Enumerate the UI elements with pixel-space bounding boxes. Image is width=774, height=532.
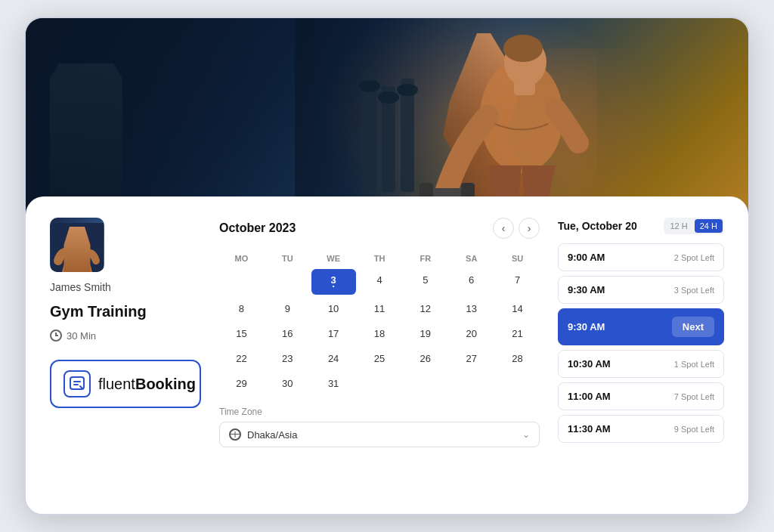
timeslot-time: 11:30 AM <box>568 423 611 435</box>
svg-point-10 <box>359 80 380 92</box>
cal-cell-21[interactable]: 21 <box>495 323 540 345</box>
cal-cell-25[interactable]: 25 <box>358 348 402 370</box>
cal-cell-23[interactable]: 23 <box>265 348 310 370</box>
format-24h-button[interactable]: 24 H <box>695 219 723 233</box>
timeslot-spots: 9 Spot Left <box>674 425 714 434</box>
cal-cell-empty <box>219 269 264 295</box>
calendar-week-5: 29 30 31 <box>219 373 540 394</box>
next-month-button[interactable]: › <box>519 218 540 239</box>
calendar-grid: MO TU WE TH FR SA SU 3 4 5 6 7 <box>219 251 540 394</box>
timeslot-spots: 3 Spot Left <box>674 286 714 295</box>
cal-cell-26[interactable]: 26 <box>403 348 447 370</box>
cal-cell-13[interactable]: 13 <box>449 298 494 320</box>
cal-cell-24[interactable]: 24 <box>311 348 356 370</box>
timeslot-1100[interactable]: 11:00 AM 7 Spot Left <box>558 382 724 410</box>
cal-cell-16[interactable]: 16 <box>265 323 310 345</box>
weekday-fr: FR <box>403 251 447 266</box>
logo-part2: Booking <box>135 376 196 392</box>
cal-cell-20[interactable]: 20 <box>449 323 494 345</box>
globe-icon <box>229 428 241 441</box>
format-12h-button[interactable]: 12 H <box>665 219 693 233</box>
cal-cell-empty <box>495 373 540 394</box>
left-panel: James Smith Gym Training 30 Min fluentBo… <box>50 218 201 493</box>
logo-box: fluentBooking <box>50 360 201 408</box>
timeslot-time: 11:00 AM <box>568 391 611 402</box>
timezone-select[interactable]: Dhaka/Asia ⌄ <box>219 422 540 447</box>
cal-cell-empty <box>265 269 310 295</box>
svg-rect-3 <box>514 80 535 95</box>
cal-cell-17[interactable]: 17 <box>311 323 356 345</box>
svg-point-15 <box>67 230 87 243</box>
cal-cell-14[interactable]: 14 <box>495 298 540 320</box>
timeslot-1130[interactable]: 11:30 AM 9 Spot Left <box>558 415 724 443</box>
cal-cell-3[interactable]: 3 <box>311 269 356 295</box>
timeslot-header: Tue, October 20 12 H 24 H <box>558 218 724 234</box>
cal-cell-28[interactable]: 28 <box>495 348 540 370</box>
timeslot-date: Tue, October 20 <box>558 220 637 232</box>
timeslot-930-a[interactable]: 9:30 AM 3 Spot Left <box>558 276 724 304</box>
timeslot-list: 9:00 AM 2 Spot Left 9:30 AM 3 Spot Left … <box>558 243 724 443</box>
timeslot-930-selected[interactable]: 9:30 AM Next <box>558 308 724 345</box>
duration-row: 30 Min <box>50 329 201 342</box>
timezone-row: Time Zone Dhaka/Asia ⌄ <box>219 407 540 447</box>
weekday-we: WE <box>311 251 356 266</box>
cal-cell-30[interactable]: 30 <box>265 373 310 394</box>
cal-cell-22[interactable]: 22 <box>219 348 264 370</box>
svg-point-11 <box>378 91 399 104</box>
cal-cell-empty <box>403 373 447 394</box>
cal-cell-19[interactable]: 19 <box>403 323 447 345</box>
cal-cell-18[interactable]: 18 <box>358 323 402 345</box>
cal-cell-empty <box>358 373 402 394</box>
calendar-month: October 2023 <box>219 221 296 235</box>
timezone-label: Time Zone <box>219 407 540 417</box>
cal-cell-8[interactable]: 8 <box>219 298 264 320</box>
duration-label: 30 Min <box>67 330 96 342</box>
cal-cell-4[interactable]: 4 <box>358 269 402 295</box>
cal-cell-27[interactable]: 27 <box>449 348 494 370</box>
hero-dumbbells <box>41 63 132 215</box>
cal-cell-6[interactable]: 6 <box>449 269 494 295</box>
calendar-week-3: 15 16 17 18 19 20 21 <box>219 323 540 345</box>
next-button[interactable]: Next <box>672 317 714 337</box>
cal-cell-29[interactable]: 29 <box>219 373 264 394</box>
svg-point-12 <box>397 84 418 96</box>
timeslot-spots: 2 Spot Left <box>674 253 714 262</box>
calendar-week-2: 8 9 10 11 12 13 14 <box>219 298 540 320</box>
calendar-header: October 2023 ‹ › <box>219 218 540 239</box>
prev-month-button[interactable]: ‹ <box>493 218 514 239</box>
nav-buttons: ‹ › <box>493 218 540 239</box>
logo-icon <box>63 370 91 397</box>
weekday-su: SU <box>495 251 540 266</box>
timezone-value: Dhaka/Asia <box>247 429 297 441</box>
svg-point-14 <box>67 230 88 254</box>
cal-cell-empty <box>449 373 494 394</box>
cal-cell-5[interactable]: 5 <box>403 269 447 295</box>
timeslot-900[interactable]: 9:00 AM 2 Spot Left <box>558 243 724 271</box>
cal-cell-9[interactable]: 9 <box>265 298 310 320</box>
trainer-avatar <box>50 218 104 272</box>
calendar-week-1: 3 4 5 6 7 <box>219 269 540 295</box>
timeslot-spots: 7 Spot Left <box>674 392 714 401</box>
booking-card: James Smith Gym Training 30 Min fluentBo… <box>26 196 748 514</box>
timeslot-spots: 1 Spot Left <box>674 360 714 369</box>
cal-cell-10[interactable]: 10 <box>311 298 356 320</box>
trainer-name: James Smith <box>50 281 201 293</box>
cal-cell-7[interactable]: 7 <box>495 269 540 295</box>
timeslot-time: 9:30 AM <box>568 284 605 295</box>
calendar-section: October 2023 ‹ › MO TU WE TH FR SA SU <box>219 218 540 493</box>
weekday-th: TH <box>358 251 402 266</box>
cal-cell-11[interactable]: 11 <box>358 298 402 320</box>
format-toggle: 12 H 24 H <box>664 218 725 234</box>
weekday-sa: SA <box>449 251 494 266</box>
timeslot-time: 10:30 AM <box>568 358 611 370</box>
timeslot-selected-time: 9:30 AM <box>568 321 605 332</box>
timeslot-time: 9:00 AM <box>568 252 605 263</box>
cal-cell-31[interactable]: 31 <box>311 373 356 394</box>
calendar-weekday-row: MO TU WE TH FR SA SU <box>219 251 540 266</box>
cal-cell-15[interactable]: 15 <box>219 323 264 345</box>
logo-part1: fluent <box>98 376 135 392</box>
cal-cell-12[interactable]: 12 <box>403 298 447 320</box>
timeslot-1030[interactable]: 10:30 AM 1 Spot Left <box>558 350 724 378</box>
weekday-tu: TU <box>265 251 310 266</box>
calendar-week-4: 22 23 24 25 26 27 28 <box>219 348 540 370</box>
